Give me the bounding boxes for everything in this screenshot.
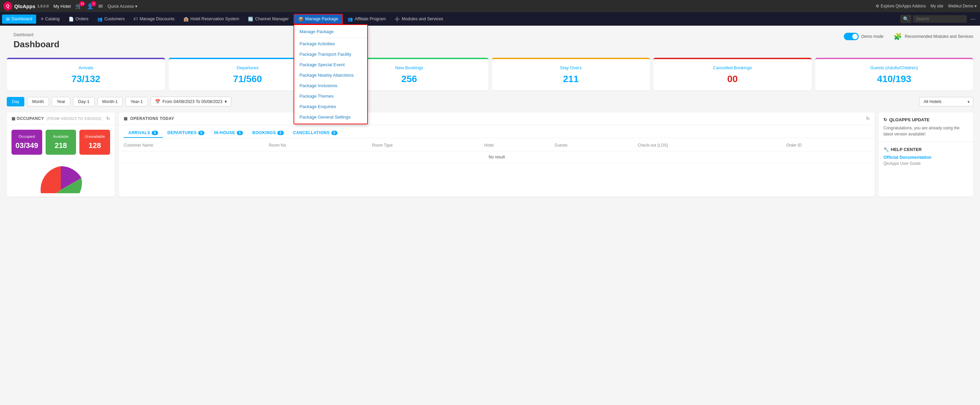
operations-table: Customer Name Room No. Room Type Hotel G… [119,140,875,163]
hotel-select-wrapper: All Hotels [919,97,973,106]
help-section: 🔧 HELP CENTER Official Documentation Qlo… [879,142,973,171]
nav-hotel-reservation[interactable]: 🏨 Hotel Reservation System [180,14,243,24]
col-hotel: Hotel [479,140,550,151]
logo-icon: Q [3,2,12,11]
filter-day1-button[interactable]: Day-1 [73,97,94,106]
arrivals-tab-badge: 0 [152,131,158,135]
tab-departures[interactable]: DEPARTURES 0 [163,129,210,138]
cart-badge: 10 [80,1,85,6]
occupancy-chart [7,159,115,197]
explore-addons-button[interactable]: ⚙ Explore QloApps Addons [876,4,926,8]
occupancy-refresh-button[interactable]: ↻ [106,116,110,121]
hotel-select[interactable]: All Hotels [919,97,973,106]
available-box: Available 218 [46,130,76,155]
cancellations-tab-badge: 0 [331,131,337,135]
tab-arrivals[interactable]: ARRIVALS 0 [124,129,163,138]
filter-year1-button[interactable]: Year-1 [125,97,148,106]
no-result-text: No result [119,151,875,163]
demo-mode-toggle[interactable] [844,33,859,40]
demo-mode-widget: Demo mode [844,33,883,40]
occupancy-panel-header: ▦ OCCUPANCY (FROM 4/8/2023 TO 5/8/2023) … [7,113,115,125]
user-button[interactable]: 👤 3 [87,3,94,10]
help-title: 🔧 HELP CENTER [883,147,969,152]
official-documentation-link[interactable]: Official Documentation [883,155,969,160]
stat-cancelled[interactable]: Cancelled Bookings 00 [653,58,812,91]
stat-stay-overs[interactable]: Stay Overs 211 [492,58,650,91]
puzzle-icon: 🧩 [894,32,902,41]
dropdown-package-general[interactable]: Package General Settings [294,112,367,122]
discounts-icon: 🏷 [134,17,138,21]
quick-access-button[interactable]: Quick Access ▾ [107,4,137,9]
stay-overs-label: Stay Overs [499,65,644,70]
app-logo[interactable]: Q QloApps 1.6.0.0 [3,2,49,11]
operations-tabs: ARRIVALS 0 DEPARTURES 0 IN-HOUSE 0 BOOKI… [119,125,875,138]
top-navigation: Q QloApps 1.6.0.0 My Hotel 🛒 10 👤 3 ✉ Qu… [0,0,980,12]
page-title: Dashboard [7,38,66,54]
right-panel: ↻ QLOAPPS UPDATE Congratulations, you ar… [879,113,973,197]
recommended-modules-button[interactable]: 🧩 Recommended Modules and Services [894,32,973,41]
manage-package-dropdown: Manage Package Package Activities Packag… [294,24,368,124]
tab-cancellations[interactable]: CANCELLATIONS 0 [288,129,342,138]
operations-panel: ▦ OPERATIONS TODAY ↻ ARRIVALS 0 DEPARTUR… [119,113,875,197]
nav-channel-manager[interactable]: 🔄 Channel Manager [244,14,293,24]
table-header-row: Customer Name Room No. Room Type Hotel G… [119,140,875,151]
nav-dashboard[interactable]: ⊞ Dashboard [2,14,36,24]
search-input[interactable] [913,15,967,23]
stats-row: Arrivals 73/132 Departures 71/560 New Bo… [0,54,980,94]
stat-guests[interactable]: Guests (Adults/Children) 410/193 [815,58,974,91]
dropdown-package-nearby[interactable]: Package Nearby Attarctions [294,70,367,80]
hotel-name: My Hotel [53,4,71,9]
nav-more-button[interactable]: ··· [967,16,978,23]
stat-arrivals[interactable]: Arrivals 73/132 [7,58,165,91]
main-content-row: ▦ OCCUPANCY (FROM 4/8/2023 TO 5/8/2023) … [0,109,980,200]
occupancy-pie-chart [34,163,88,193]
dropdown-manage-package[interactable]: Manage Package [294,26,367,37]
stay-overs-value: 211 [499,74,644,84]
dropdown-package-special-event[interactable]: Package Special Event [294,59,367,70]
nav-manage-discounts[interactable]: 🏷 Manage Discounts [129,14,179,23]
nav-orders[interactable]: 📄 Orders [65,14,92,24]
cancelled-value: 00 [660,74,805,84]
dropdown-package-inclusions[interactable]: Package Inclusions [294,80,367,91]
help-wrench-icon: 🔧 [883,147,889,152]
modules-icon: ➕ [395,17,400,22]
dropdown-package-transport[interactable]: Package Transport Facility [294,49,367,59]
webkul-demo-button[interactable]: Webkul Demo ▾ [948,4,977,8]
col-customer-name: Customer Name [119,140,264,151]
hotel-icon: 🏨 [183,17,189,22]
bookings-tab-badge: 0 [277,131,283,135]
dropdown-package-enquiries[interactable]: Package Enquiries [294,101,367,112]
operations-refresh-button[interactable]: ↻ [866,116,870,121]
mail-button[interactable]: ✉ [98,3,103,10]
filter-month1-button[interactable]: Month-1 [97,97,123,106]
occupancy-title: OCCUPANCY [17,116,44,121]
nav-affiliate-program[interactable]: 👥 Affiliate Program [344,14,390,24]
nav-customers[interactable]: 👥 Customers [93,14,129,24]
cart-button[interactable]: 🛒 10 [75,3,82,10]
my-site-button[interactable]: My site [931,4,943,8]
search-toggle-button[interactable]: 🔍 [900,15,912,23]
occupancy-boxes: Occupied 03/349 Available 218 Unavailabl… [7,125,115,159]
arrivals-label: Arrivals [14,65,158,70]
col-order-id: Order ID [781,140,875,151]
nav-modules-services[interactable]: ➕ Modules and Services [390,14,447,24]
nav-manage-package[interactable]: 📦 Manage Package [294,14,343,24]
filter-day-button[interactable]: Day [7,97,24,106]
filter-year-button[interactable]: Year [52,97,70,106]
update-text: Congratulations, you are already using t… [883,125,969,137]
dropdown-package-activities[interactable]: Package Activities [294,38,367,49]
col-room-type: Room Type [367,140,479,151]
affiliate-icon: 👥 [348,17,353,22]
in-house-tab-badge: 0 [237,131,243,135]
nav-catalog[interactable]: ≡ Catalog [37,14,64,23]
tab-in-house[interactable]: IN-HOUSE 0 [209,129,248,138]
tab-bookings[interactable]: BOOKINGS 0 [248,129,288,138]
customers-icon: 👥 [97,17,103,22]
explore-icon: ⚙ [876,4,879,8]
filter-month-button[interactable]: Month [27,97,49,106]
unavailable-box: Unavailable 128 [80,130,110,155]
date-range-text: From 04/08/2023 To 05/08/2023 [162,99,223,104]
date-range-picker[interactable]: 📅 From 04/08/2023 To 05/08/2023 ▾ [151,97,231,106]
app-version: 1.6.0.0 [38,4,49,8]
dropdown-package-themes[interactable]: Package Themes [294,91,367,101]
